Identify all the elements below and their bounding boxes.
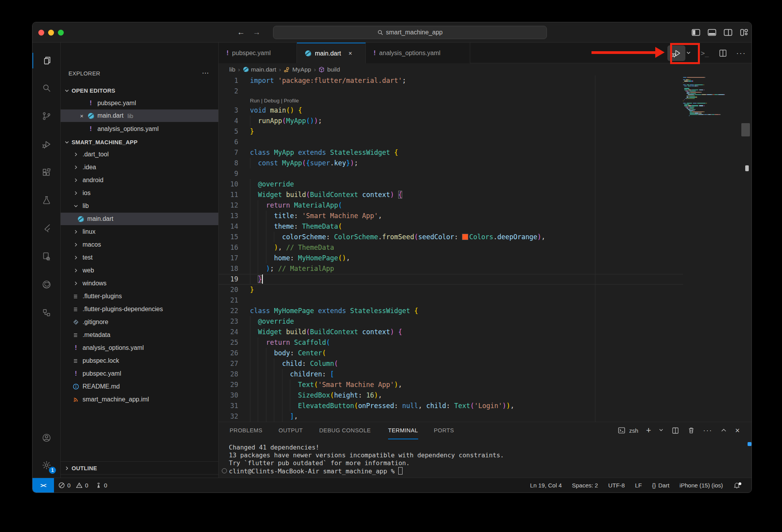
- project-root-header[interactable]: SMART_MACHINE_APP: [61, 136, 218, 149]
- open-editor-item[interactable]: !analysis_options.yaml: [61, 123, 219, 135]
- code-editor[interactable]: Run | Debug | Profile1import 'package:fl…: [219, 75, 751, 422]
- close-icon[interactable]: ×: [79, 113, 85, 119]
- maximize-panel-icon[interactable]: [720, 427, 727, 434]
- open-editors-header[interactable]: OPEN EDITORS: [61, 84, 218, 97]
- panel-tab-problems[interactable]: PROBLEMS: [230, 422, 262, 439]
- tab-pubspec-yaml[interactable]: !pubspec.yaml: [219, 43, 297, 63]
- open-editor-item[interactable]: ×main.dartlib: [61, 109, 219, 122]
- close-panel-icon[interactable]: ×: [735, 426, 740, 435]
- sidebar-section-timeline[interactable]: TIMELINE: [61, 474, 218, 478]
- activity-source-control-icon[interactable]: [32, 106, 61, 126]
- back-arrow-icon[interactable]: ←: [236, 28, 246, 37]
- kill-terminal-icon[interactable]: [687, 426, 695, 434]
- tree-file[interactable]: README.md: [61, 380, 219, 393]
- tree-folder[interactable]: test: [61, 251, 219, 264]
- status-iphone-15-ios-[interactable]: iPhone (15) (ios): [680, 482, 723, 489]
- breadcrumb[interactable]: lib›main.dart›MyApp›build: [219, 63, 751, 75]
- activity-settings-gear-icon[interactable]: 1: [32, 455, 61, 475]
- split-terminal-icon[interactable]: [671, 426, 680, 435]
- tree-file[interactable]: pubspec.lock: [61, 355, 219, 367]
- tree-file[interactable]: .metadata: [61, 329, 219, 341]
- notifications-bell-icon[interactable]: [733, 482, 741, 489]
- command-center-search[interactable]: smart_machine_app: [273, 26, 547, 39]
- panel-tab-terminal[interactable]: TERMINAL: [388, 422, 418, 439]
- status-lf[interactable]: LF: [635, 482, 642, 489]
- editor-scrollbar-thumb[interactable]: [741, 123, 750, 136]
- tree-folder[interactable]: ios: [61, 187, 219, 199]
- color-swatch[interactable]: [462, 234, 468, 240]
- code-line[interactable]: 17 home: MyHomePage(),: [219, 253, 751, 263]
- split-editor-icon[interactable]: [718, 48, 728, 58]
- minimap[interactable]: [683, 77, 742, 417]
- code-line[interactable]: 15 colorScheme: ColorScheme.fromSeed(see…: [219, 232, 751, 242]
- activity-run-debug-icon[interactable]: [32, 134, 61, 154]
- code-line[interactable]: 4 runApp(MyApp());: [219, 116, 751, 126]
- code-line[interactable]: 25 return Scaffold(: [219, 337, 751, 348]
- close-icon[interactable]: ×: [349, 50, 352, 57]
- breadcrumb-item[interactable]: build: [318, 66, 340, 73]
- code-line[interactable]: 6: [219, 137, 751, 147]
- tree-folder[interactable]: .dart_tool: [61, 148, 219, 161]
- code-line[interactable]: 23 @override: [219, 316, 751, 327]
- tree-file[interactable]: !analysis_options.yaml: [61, 342, 219, 354]
- code-line[interactable]: 30 SizedBox(height: 16),: [219, 390, 751, 401]
- tree-folder[interactable]: windows: [61, 277, 219, 290]
- more-actions-icon[interactable]: ···: [703, 426, 712, 435]
- code-line[interactable]: 18 ); // MaterialApp: [219, 263, 751, 274]
- tree-folder[interactable]: linux: [61, 226, 219, 238]
- shell-indicator[interactable]: zsh: [617, 426, 638, 435]
- panel-tab-debug-console[interactable]: DEBUG CONSOLE: [319, 422, 371, 439]
- toggle-secondary-sidebar-icon[interactable]: [723, 27, 733, 38]
- activity-flutter-icon[interactable]: [32, 218, 61, 238]
- code-line[interactable]: 27 child: Column(: [219, 358, 751, 369]
- terminal-run-icon[interactable]: >_: [701, 49, 709, 57]
- sidebar-section-outline[interactable]: OUTLINE: [61, 461, 218, 475]
- code-line[interactable]: 2: [219, 86, 751, 97]
- code-line[interactable]: 16 ), // ThemeData: [219, 242, 751, 253]
- code-line[interactable]: 32 ],: [219, 411, 751, 422]
- status-dart[interactable]: {}Dart: [652, 482, 669, 489]
- toggle-panel-icon[interactable]: [707, 27, 717, 38]
- code-line[interactable]: 13 title: 'Smart Machine App',: [219, 211, 751, 221]
- zoom-window-button[interactable]: [58, 30, 64, 36]
- code-line[interactable]: 5}: [219, 126, 751, 137]
- code-line[interactable]: 29 Text('Smart Machine App'),: [219, 380, 751, 390]
- terminal-content[interactable]: Changed 41 dependencies!13 packages have…: [219, 439, 751, 478]
- code-line[interactable]: 22class MyHomePage extends StatelessWidg…: [219, 306, 751, 316]
- panel-tab-ports[interactable]: PORTS: [434, 422, 454, 439]
- tree-folder[interactable]: web: [61, 264, 219, 277]
- tree-file[interactable]: !pubspec.yaml: [61, 367, 219, 380]
- status-spaces-2[interactable]: Spaces: 2: [572, 482, 598, 489]
- activity-extensions-icon[interactable]: [32, 162, 61, 183]
- tree-folder[interactable]: android: [61, 174, 219, 186]
- tree-file[interactable]: .flutter-plugins: [61, 290, 219, 303]
- code-line[interactable]: 11 Widget build(BuildContext context) {: [219, 190, 751, 200]
- code-line[interactable]: 24 Widget build(BuildContext context) {: [219, 327, 751, 337]
- code-line[interactable]: 19 }: [219, 274, 751, 285]
- code-line[interactable]: 8 const MyApp({super.key});: [219, 158, 751, 168]
- new-terminal-icon[interactable]: +: [646, 425, 651, 435]
- code-line[interactable]: 21: [219, 295, 751, 306]
- panel-tab-output[interactable]: OUTPUT: [279, 422, 303, 439]
- minimize-window-button[interactable]: [48, 30, 54, 36]
- tree-file[interactable]: .gitignore: [61, 316, 219, 328]
- tab-analysis_options-yaml[interactable]: !analysis_options.yaml: [366, 43, 470, 63]
- code-line[interactable]: 28 children: [: [219, 369, 751, 380]
- toggle-primary-sidebar-icon[interactable]: [691, 27, 701, 38]
- terminal-dropdown-icon[interactable]: [659, 427, 663, 434]
- code-line[interactable]: 7class MyApp extends StatelessWidget {: [219, 147, 751, 158]
- problems-status[interactable]: 00: [58, 482, 88, 489]
- tree-folder[interactable]: lib: [61, 200, 219, 212]
- status-utf-8[interactable]: UTF-8: [608, 482, 625, 489]
- code-line[interactable]: 26 body: Center(: [219, 348, 751, 358]
- more-actions-icon[interactable]: ···: [736, 49, 746, 57]
- code-line[interactable]: 20}: [219, 285, 751, 295]
- forward-arrow-icon[interactable]: →: [252, 28, 262, 37]
- tree-file[interactable]: .flutter-plugins-dependencies: [61, 303, 219, 315]
- open-editor-item[interactable]: !pubspec.yaml: [61, 97, 219, 109]
- code-line[interactable]: 9: [219, 168, 751, 179]
- activity-account-icon[interactable]: [32, 428, 61, 448]
- more-actions-icon[interactable]: ⋯: [202, 67, 210, 80]
- customize-layout-icon[interactable]: [739, 27, 749, 38]
- activity-testing-icon[interactable]: [32, 190, 61, 210]
